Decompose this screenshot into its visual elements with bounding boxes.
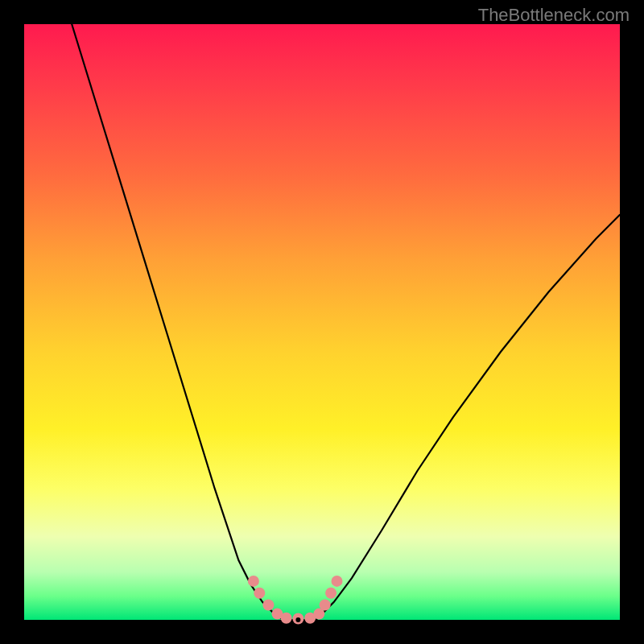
valley-marker-dot <box>325 588 336 599</box>
series-right-branch <box>316 215 620 620</box>
plot-area <box>24 24 620 620</box>
watermark-text: TheBottleneck.com <box>478 5 630 26</box>
valley-marker-dot <box>248 576 259 587</box>
minimum-point-marker <box>295 617 300 622</box>
curve-lines <box>72 24 620 620</box>
series-left-branch <box>72 24 283 620</box>
valley-marker-dot <box>320 600 331 611</box>
valley-marker-dot <box>281 613 292 624</box>
valley-marker-dot <box>254 588 265 599</box>
valley-marker-dot <box>332 576 343 587</box>
valley-marker-dot <box>262 600 274 611</box>
chart-svg <box>24 24 620 620</box>
